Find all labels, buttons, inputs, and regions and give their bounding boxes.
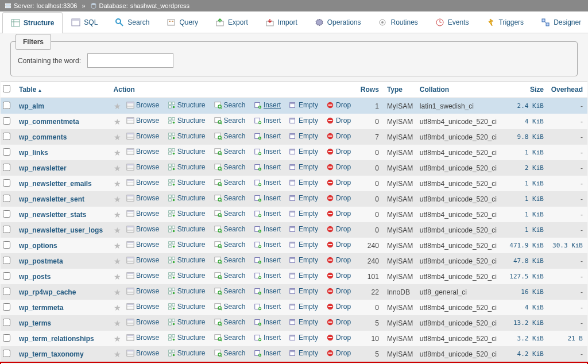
table-name[interactable]: wp_newsletter xyxy=(19,164,67,172)
select-all-checkbox[interactable] xyxy=(3,85,10,92)
insert-action[interactable]: Insert xyxy=(254,349,281,357)
search-action[interactable]: Search xyxy=(214,117,246,125)
insert-action[interactable]: Insert xyxy=(254,334,281,342)
favorite-star-icon[interactable]: ★ xyxy=(114,350,121,359)
structure-action[interactable]: Structure xyxy=(168,225,206,233)
empty-action[interactable]: Empty xyxy=(289,318,318,326)
empty-action[interactable]: Empty xyxy=(289,101,318,109)
search-action[interactable]: Search xyxy=(214,256,246,264)
empty-action[interactable]: Empty xyxy=(289,194,318,202)
insert-action[interactable]: Insert xyxy=(254,225,281,233)
tab-operations[interactable]: Operations xyxy=(306,11,370,33)
server-value[interactable]: localhost:3306 xyxy=(36,2,77,9)
browse-action[interactable]: Browse xyxy=(126,334,159,342)
header-overhead[interactable]: Overhead xyxy=(546,82,587,98)
table-name[interactable]: wp_commentmeta xyxy=(19,118,79,126)
table-name[interactable]: wp_newsletter_user_logs xyxy=(19,226,103,234)
table-name[interactable]: wp_links xyxy=(19,149,48,157)
insert-action[interactable]: Insert xyxy=(254,256,281,264)
browse-action[interactable]: Browse xyxy=(126,101,159,109)
empty-action[interactable]: Empty xyxy=(289,117,318,125)
drop-action[interactable]: Drop xyxy=(326,287,351,295)
structure-action[interactable]: Structure xyxy=(168,241,206,249)
favorite-star-icon[interactable]: ★ xyxy=(114,148,121,157)
row-overhead[interactable]: 21 B xyxy=(546,331,587,346)
table-name[interactable]: wp_terms xyxy=(19,319,51,327)
empty-action[interactable]: Empty xyxy=(289,163,318,171)
drop-action[interactable]: Drop xyxy=(326,303,351,311)
tab-routines[interactable]: Routines xyxy=(369,11,426,33)
empty-action[interactable]: Empty xyxy=(289,256,318,264)
tab-import[interactable]: Import xyxy=(257,11,306,33)
row-checkbox[interactable] xyxy=(3,334,10,342)
favorite-star-icon[interactable]: ★ xyxy=(114,288,121,297)
table-name[interactable]: wp_options xyxy=(19,242,57,250)
structure-action[interactable]: Structure xyxy=(168,287,206,295)
search-action[interactable]: Search xyxy=(214,148,246,156)
browse-action[interactable]: Browse xyxy=(126,179,159,187)
insert-action[interactable]: Insert xyxy=(254,163,281,171)
table-name[interactable]: wp_alm xyxy=(19,102,44,110)
header-size[interactable]: Size xyxy=(505,82,546,98)
browse-action[interactable]: Browse xyxy=(126,163,159,171)
favorite-star-icon[interactable]: ★ xyxy=(114,226,121,235)
table-name[interactable]: wp_term_taxonomy xyxy=(19,350,84,358)
empty-action[interactable]: Empty xyxy=(289,241,318,249)
drop-action[interactable]: Drop xyxy=(326,256,351,264)
tab-search[interactable]: Search xyxy=(106,11,158,33)
table-name[interactable]: wp_termmeta xyxy=(19,304,63,312)
drop-action[interactable]: Drop xyxy=(326,194,351,202)
empty-action[interactable]: Empty xyxy=(289,349,318,357)
row-checkbox[interactable] xyxy=(3,272,10,280)
row-checkbox[interactable] xyxy=(3,195,10,202)
favorite-star-icon[interactable]: ★ xyxy=(114,334,121,343)
row-checkbox[interactable] xyxy=(3,288,10,295)
favorite-star-icon[interactable]: ★ xyxy=(114,210,121,219)
structure-action[interactable]: Structure xyxy=(168,194,206,202)
structure-action[interactable]: Structure xyxy=(168,334,206,342)
row-size[interactable]: 127.5 KiB xyxy=(505,269,546,284)
row-checkbox[interactable] xyxy=(3,350,10,357)
tab-structure[interactable]: Structure xyxy=(2,12,63,33)
row-size[interactable]: 1 KiB xyxy=(505,176,546,191)
structure-action[interactable]: Structure xyxy=(168,163,206,171)
empty-action[interactable]: Empty xyxy=(289,225,318,233)
empty-action[interactable]: Empty xyxy=(289,287,318,295)
browse-action[interactable]: Browse xyxy=(126,194,159,202)
insert-action[interactable]: Insert xyxy=(254,241,281,249)
drop-action[interactable]: Drop xyxy=(326,101,351,109)
tab-events[interactable]: Events xyxy=(427,11,478,33)
structure-action[interactable]: Structure xyxy=(168,210,206,218)
favorite-star-icon[interactable]: ★ xyxy=(114,257,121,266)
browse-action[interactable]: Browse xyxy=(126,303,159,311)
drop-action[interactable]: Drop xyxy=(326,132,351,140)
search-action[interactable]: Search xyxy=(214,287,246,295)
empty-action[interactable]: Empty xyxy=(289,179,318,187)
row-checkbox[interactable] xyxy=(3,148,10,156)
row-size[interactable]: 2 KiB xyxy=(505,160,546,176)
search-action[interactable]: Search xyxy=(214,349,246,357)
table-name[interactable]: wp_rp4wp_cache xyxy=(19,288,76,296)
search-action[interactable]: Search xyxy=(214,303,246,311)
row-size[interactable]: 471.9 KiB xyxy=(505,238,546,253)
filter-input[interactable] xyxy=(87,53,173,68)
structure-action[interactable]: Structure xyxy=(168,272,206,280)
search-action[interactable]: Search xyxy=(214,225,246,233)
empty-action[interactable]: Empty xyxy=(289,334,318,342)
drop-action[interactable]: Drop xyxy=(326,148,351,156)
structure-action[interactable]: Structure xyxy=(168,101,206,109)
drop-action[interactable]: Drop xyxy=(326,241,351,249)
insert-action[interactable]: Insert xyxy=(254,210,281,218)
empty-action[interactable]: Empty xyxy=(289,272,318,280)
row-checkbox[interactable] xyxy=(3,226,10,233)
insert-action[interactable]: Insert xyxy=(254,101,281,109)
favorite-star-icon[interactable]: ★ xyxy=(114,102,121,111)
search-action[interactable]: Search xyxy=(214,334,246,342)
row-checkbox[interactable] xyxy=(3,210,10,218)
favorite-star-icon[interactable]: ★ xyxy=(114,164,121,173)
search-action[interactable]: Search xyxy=(214,101,246,109)
browse-action[interactable]: Browse xyxy=(126,272,159,280)
browse-action[interactable]: Browse xyxy=(126,132,159,140)
drop-action[interactable]: Drop xyxy=(326,117,351,125)
row-size[interactable]: 4.2 KiB xyxy=(505,346,546,362)
